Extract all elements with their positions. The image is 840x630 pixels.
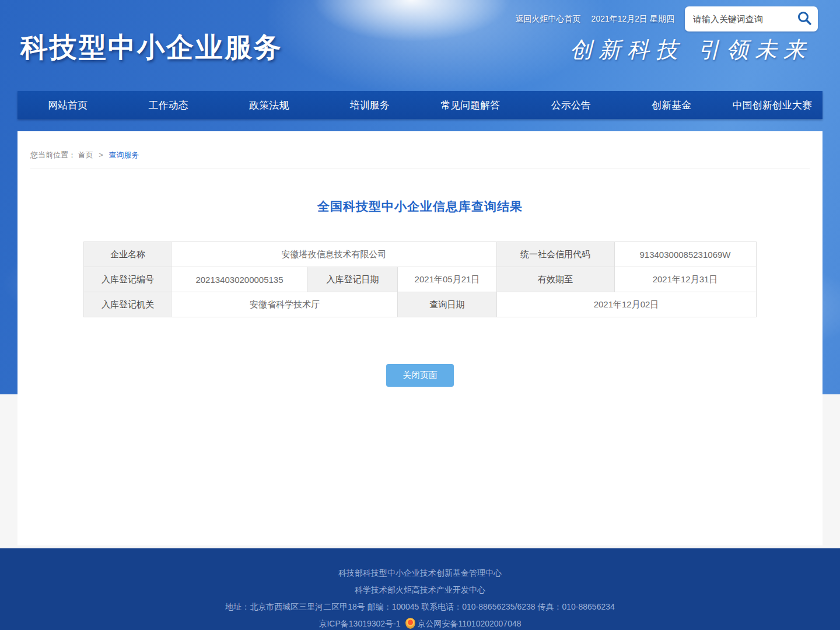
valid-until-label: 有效期至 [496, 267, 614, 292]
police-registration-link[interactable]: 京公网安备11010202007048 [418, 619, 522, 628]
footer-org-line-2: 科学技术部火炬高技术产业开发中心 [0, 582, 840, 598]
credit-code-value: 91340300085231069W [614, 242, 756, 267]
footer-registration-line: 京ICP备13019302号-1京公网安备11010202007048 [0, 615, 840, 630]
nav-item-competition[interactable]: 中国创新创业大赛 [722, 91, 823, 119]
page-title: 全国科技型中小企业信息库查询结果 [18, 198, 822, 215]
nav-item-announcements[interactable]: 公示公告 [521, 91, 622, 119]
search-icon [796, 19, 813, 28]
query-date-label: 查询日期 [398, 292, 496, 317]
close-page-button[interactable]: 关闭页面 [386, 364, 454, 387]
breadcrumb-separator: > [99, 150, 103, 159]
search-box [685, 6, 818, 32]
breadcrumb-home-link[interactable]: 首页 [78, 150, 93, 159]
query-date-value: 2021年12月02日 [496, 292, 756, 317]
top-utility-bar: 返回火炬中心首页 2021年12月2日 星期四 [516, 6, 818, 32]
nav-item-work-news[interactable]: 工作动态 [118, 91, 219, 119]
credit-code-label: 统一社会信用代码 [496, 242, 614, 267]
table-row: 入库登记编号 202134030200005135 入库登记日期 2021年05… [84, 267, 756, 292]
police-badge-icon [405, 618, 415, 629]
breadcrumb-divider [30, 169, 810, 169]
breadcrumb-prefix: 您当前位置： [30, 150, 76, 159]
search-button[interactable] [794, 9, 814, 29]
page-footer: 科技部科技型中小企业技术创新基金管理中心 科学技术部火炬高技术产业开发中心 地址… [0, 548, 840, 630]
nav-item-policies[interactable]: 政策法规 [219, 91, 320, 119]
breadcrumb-current-link[interactable]: 查询服务 [108, 150, 139, 159]
nav-item-home[interactable]: 网站首页 [18, 91, 118, 119]
site-title: 科技型中小企业服务 [20, 29, 283, 66]
reg-authority-value: 安徽省科学技术厅 [172, 292, 398, 317]
nav-item-faq[interactable]: 常见问题解答 [420, 91, 521, 119]
reg-authority-label: 入库登记机关 [84, 292, 172, 317]
company-name-value: 安徽塔孜信息技术有限公司 [172, 242, 496, 267]
reg-date-value: 2021年05月21日 [398, 267, 496, 292]
footer-contact-line: 地址：北京市西城区三里河二区甲18号 邮编：100045 联系电话：010-88… [0, 598, 840, 615]
icp-license-link[interactable]: 京ICP备13019302号-1 [318, 619, 400, 628]
reg-number-label: 入库登记编号 [84, 267, 172, 292]
reg-number-value: 202134030200005135 [172, 267, 307, 292]
slogan-text: 创新科技 引领未来 [570, 35, 812, 65]
content-panel: 您当前位置： 首页 > 查询服务 全国科技型中小企业信息库查询结果 企业名称 安… [18, 131, 822, 545]
company-name-label: 企业名称 [84, 242, 172, 267]
nav-item-training[interactable]: 培训服务 [320, 91, 421, 119]
page-header: 科技型中小企业服务 返回火炬中心首页 2021年12月2日 星期四 创新科技 引… [0, 0, 840, 91]
footer-org-line-1: 科技部科技型中小企业技术创新基金管理中心 [0, 565, 840, 582]
main-navigation: 网站首页 工作动态 政策法规 培训服务 常见问题解答 公示公告 创新基金 中国创… [18, 91, 822, 119]
reg-date-label: 入库登记日期 [307, 267, 398, 292]
back-to-torch-home-link[interactable]: 返回火炬中心首页 [516, 6, 581, 32]
table-row: 企业名称 安徽塔孜信息技术有限公司 统一社会信用代码 9134030008523… [84, 242, 756, 267]
table-row: 入库登记机关 安徽省科学技术厅 查询日期 2021年12月02日 [84, 292, 756, 317]
valid-until-value: 2021年12月31日 [614, 267, 756, 292]
current-date: 2021年12月2日 星期四 [592, 6, 674, 32]
nav-item-innovation-fund[interactable]: 创新基金 [621, 91, 722, 119]
query-result-table: 企业名称 安徽塔孜信息技术有限公司 统一社会信用代码 9134030008523… [83, 242, 756, 317]
breadcrumb: 您当前位置： 首页 > 查询服务 [18, 131, 822, 160]
